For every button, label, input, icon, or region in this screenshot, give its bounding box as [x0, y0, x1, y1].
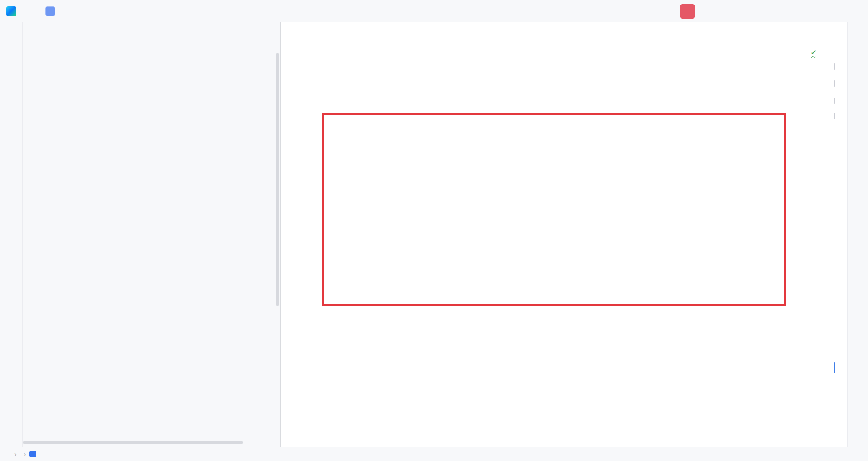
typescript-file-icon [29, 451, 36, 457]
run-configuration-selector[interactable] [632, 10, 641, 13]
project-horizontal-scrollbar[interactable] [23, 441, 243, 444]
vcs-branch-widget[interactable] [70, 10, 81, 13]
right-toolbar [847, 22, 868, 447]
minimize-button[interactable] [794, 4, 809, 19]
editor-tab-bar [281, 22, 847, 45]
project-panel-header[interactable] [23, 22, 280, 45]
inspection-widget[interactable]: ✓ [811, 48, 831, 56]
restore-button[interactable] [820, 4, 835, 19]
breadcrumb: › › [7, 451, 40, 458]
breadcrumb-separator: › [24, 451, 26, 458]
run-button[interactable] [644, 4, 659, 19]
project-vertical-scrollbar[interactable] [276, 53, 279, 306]
close-button[interactable] [846, 4, 862, 19]
debug-button[interactable] [662, 4, 677, 19]
code-with-me-button[interactable] [727, 4, 742, 19]
project-avatar [45, 6, 55, 16]
annotation-red-box [322, 113, 786, 306]
window-controls [794, 4, 862, 19]
titlebar-left [6, 4, 81, 19]
left-toolbar [0, 22, 23, 447]
settings-button[interactable] [763, 4, 778, 19]
run-options-kebab[interactable] [698, 4, 713, 19]
stripe-mark [834, 98, 835, 104]
status-bar: › › [0, 447, 868, 461]
webstorm-window: ✓ › › [0, 0, 868, 461]
typo-check-icon: ✓ [811, 48, 816, 56]
project-widget[interactable] [42, 5, 64, 18]
stop-button[interactable] [680, 4, 695, 19]
code-editor[interactable]: ✓ [281, 45, 847, 447]
main-menu-button[interactable] [22, 4, 37, 19]
main-area: ✓ [0, 22, 868, 447]
stripe-mark [834, 113, 835, 119]
stripe-mark [834, 63, 835, 70]
vcs-stripe-mark [834, 362, 835, 373]
editor-pane: ✓ [281, 22, 847, 447]
stripe-mark [834, 80, 835, 87]
titlebar-right [632, 4, 862, 19]
project-panel [23, 22, 281, 447]
search-everywhere-button[interactable] [745, 4, 760, 19]
title-bar [0, 0, 868, 22]
breadcrumb-separator: › [14, 451, 17, 458]
webstorm-logo-icon [6, 6, 16, 16]
